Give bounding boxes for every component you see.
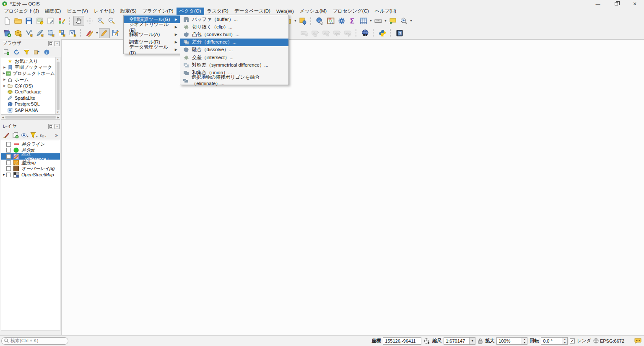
data-source-manager-button[interactable] bbox=[2, 28, 13, 38]
layers-close-button[interactable]: × bbox=[55, 124, 60, 129]
layers-float-button[interactable] bbox=[48, 124, 53, 129]
layers-toolbar-overflow[interactable]: » bbox=[55, 132, 58, 138]
pan-to-selection-button[interactable] bbox=[84, 16, 95, 26]
current-edits-button[interactable] bbox=[84, 28, 95, 38]
scale-combo[interactable]: 1:670147▼ bbox=[444, 337, 475, 345]
pan-map-button[interactable] bbox=[73, 16, 84, 26]
new-mesh-button[interactable]: ✱ bbox=[45, 28, 56, 38]
select-by-value-button[interactable] bbox=[297, 16, 308, 26]
deselect-dropdown-caret[interactable]: ▼ bbox=[293, 19, 297, 22]
browser-item-geopackage[interactable]: GeoPackage bbox=[2, 89, 55, 95]
rotation-up-button[interactable]: ▲ bbox=[562, 338, 567, 341]
manage-map-themes-button[interactable]: ▼ bbox=[21, 132, 29, 139]
restore-button[interactable] bbox=[607, 0, 626, 8]
lock-scale-icon[interactable] bbox=[478, 338, 483, 344]
menu-item-convex-hull[interactable]: 凸包（convex hull）... bbox=[180, 31, 288, 38]
layer-checkbox[interactable] bbox=[6, 166, 11, 171]
extents-toggle-icon[interactable] bbox=[423, 338, 430, 344]
new-spatialite-button[interactable]: ✱ bbox=[34, 28, 45, 38]
browser-item-home[interactable]: ▶ホーム bbox=[2, 77, 55, 83]
browser-vertical-scrollbar[interactable]: ▲▼ bbox=[55, 57, 60, 114]
browser-float-button[interactable] bbox=[48, 41, 53, 46]
layer-checkbox[interactable] bbox=[6, 173, 11, 177]
browser-item-favorites[interactable]: ★お気に入り bbox=[2, 58, 55, 65]
menu-plugins[interactable]: プラグイン(P) bbox=[139, 8, 176, 15]
menu-settings[interactable]: 設定(S) bbox=[117, 8, 139, 15]
attribute-table-button[interactable] bbox=[358, 16, 369, 26]
new-geopackage-button[interactable]: ✱ bbox=[13, 28, 23, 38]
menu-item-buffer[interactable]: バッファ（buffer）... bbox=[180, 15, 288, 23]
pin-unpin-labels-button[interactable]: abc bbox=[321, 28, 332, 38]
layout-manager-button[interactable] bbox=[45, 16, 56, 26]
new-print-layout-button[interactable] bbox=[34, 16, 45, 26]
menu-mesh[interactable]: メッシュ(M) bbox=[297, 8, 330, 15]
change-label-button[interactable]: abc bbox=[343, 28, 353, 38]
messages-button[interactable] bbox=[634, 338, 641, 344]
menu-item-intersect[interactable]: 交差（intersect）... bbox=[180, 54, 288, 61]
browser-item-project-home[interactable]: ▶プロジェクトホーム bbox=[2, 70, 55, 77]
zoom-out-button[interactable] bbox=[106, 16, 117, 26]
save-edits-button[interactable] bbox=[110, 28, 121, 38]
measure-button[interactable] bbox=[373, 16, 384, 26]
show-hidden-labels-button[interactable]: abc bbox=[310, 28, 321, 38]
crs-status-button[interactable]: EPSG:6672 bbox=[593, 338, 624, 343]
layer-styling-button[interactable] bbox=[3, 132, 10, 139]
layer-checkbox[interactable] bbox=[6, 142, 11, 147]
browser-item-mssql[interactable]: MS SQL Server bbox=[2, 113, 55, 115]
browser-collapse-all-button[interactable] bbox=[33, 49, 40, 56]
layer-checkbox[interactable] bbox=[6, 160, 11, 165]
menu-project[interactable]: プロジェクト(J) bbox=[1, 8, 42, 15]
statistical-summary-button[interactable]: Σ bbox=[347, 16, 358, 26]
browser-close-button[interactable]: × bbox=[55, 41, 60, 46]
new-project-button[interactable] bbox=[2, 16, 13, 26]
map-canvas[interactable] bbox=[61, 39, 644, 335]
layer-row-difference[interactable]: 差分（difference） bbox=[1, 153, 60, 160]
metasearch-button[interactable] bbox=[360, 28, 371, 38]
filter-legend-button[interactable]: ▼ bbox=[30, 132, 38, 139]
menu-item-symmetrical-difference[interactable]: 対称差（symmetrical difference）... bbox=[180, 61, 288, 69]
menu-web[interactable]: Web(W) bbox=[273, 8, 297, 15]
map-tips-button[interactable] bbox=[387, 16, 398, 26]
minimize-button[interactable]: — bbox=[589, 0, 607, 8]
highlight-pinned-labels-button[interactable]: ab bbox=[299, 28, 310, 38]
layer-row-line[interactable]: 差分ライン bbox=[1, 141, 60, 147]
help-button[interactable]: ? bbox=[394, 28, 405, 38]
browser-item-spatialite[interactable]: SpatiaLite bbox=[2, 95, 55, 101]
scale-dropdown-caret[interactable]: ▼ bbox=[469, 338, 475, 344]
menu-view[interactable]: ビュー(V) bbox=[64, 8, 91, 15]
current-edits-dropdown-caret[interactable]: ▼ bbox=[95, 31, 99, 34]
rotate-label-button[interactable]: abc bbox=[332, 28, 343, 38]
browser-filter-button[interactable] bbox=[23, 49, 30, 56]
layer-checkbox[interactable] bbox=[6, 148, 11, 152]
menu-help[interactable]: ヘルプ(H) bbox=[372, 8, 399, 15]
magnifier-spinbox[interactable]: 100%▲▼ bbox=[496, 337, 527, 345]
menu-database[interactable]: データベース(D) bbox=[231, 8, 273, 15]
coordinate-input[interactable]: 155126,-96411 bbox=[383, 337, 421, 345]
filter-by-expression-button[interactable]: ε▼ bbox=[39, 132, 47, 139]
menu-vector[interactable]: ベクタ(O) bbox=[177, 8, 204, 15]
add-group-button[interactable] bbox=[12, 132, 19, 139]
save-project-button[interactable] bbox=[23, 16, 34, 26]
layer-row-openstreetmap[interactable]: ▼OpenStreetMap bbox=[1, 172, 60, 178]
nominatim-search-button[interactable] bbox=[398, 16, 409, 26]
zoom-in-button[interactable] bbox=[95, 16, 106, 26]
browser-item-c-drive[interactable]: ▶C:¥ (OS) bbox=[2, 83, 55, 89]
render-checkbox[interactable]: ✓ bbox=[570, 338, 575, 343]
layer-checkbox[interactable] bbox=[6, 154, 11, 159]
browser-add-layer-button[interactable] bbox=[3, 49, 10, 56]
menu-item-geometry-tools[interactable]: ジオメトリツール(E)▶ bbox=[124, 23, 180, 31]
processing-toolbox-button[interactable] bbox=[336, 16, 347, 26]
browser-horizontal-scrollbar[interactable]: ◀▶ bbox=[1, 115, 60, 120]
new-virtual-layer-button[interactable]: ✱ bbox=[67, 28, 78, 38]
locator-search-box[interactable]: 検索(Ctrl + K) bbox=[1, 337, 68, 345]
measure-dropdown-caret[interactable]: ▼ bbox=[384, 19, 387, 22]
menu-item-difference[interactable]: 差分（difference）... bbox=[180, 39, 288, 46]
menu-raster[interactable]: ラスタ(R) bbox=[204, 8, 231, 15]
identify-features-button[interactable]: i bbox=[314, 16, 325, 26]
new-shapefile-button[interactable]: ✱ bbox=[23, 28, 34, 38]
search-dropdown-caret[interactable]: ▼ bbox=[409, 19, 413, 22]
menu-layer[interactable]: レイヤ(L) bbox=[91, 8, 117, 15]
magnifier-up-button[interactable]: ▲ bbox=[522, 338, 527, 341]
magnifier-down-button[interactable]: ▼ bbox=[522, 341, 527, 344]
close-button[interactable]: ✕ bbox=[626, 0, 644, 8]
